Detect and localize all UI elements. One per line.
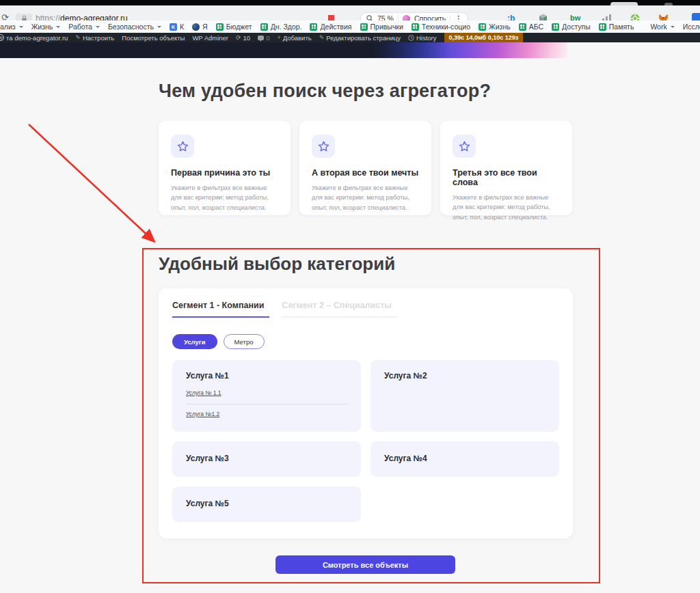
sheets-icon: [552, 23, 559, 31]
update-icon: ⟳: [236, 35, 241, 41]
service-card-3[interactable]: Услуга №3: [172, 441, 361, 477]
bookmarks-bar: ализ Жизнь Работа Безопасность KК Я Бюдж…: [0, 20, 700, 33]
service-sublink[interactable]: Услуга № 1.1: [186, 389, 221, 396]
benefit-card: Первая причина это ты Укажите в фильтрах…: [159, 121, 291, 215]
wp-admin-bar: Wта demo-agregator.ru ✎Настроить Посмотр…: [0, 33, 700, 42]
star-icon: [318, 141, 329, 152]
star-icon-badge: [312, 135, 335, 158]
bookmark-folder[interactable]: Работа: [68, 23, 100, 31]
service-card-title: Услуга №1: [186, 371, 347, 381]
chevron-down-icon: [157, 26, 161, 28]
browser-address-bar: ⟳ https://demo-agregator.ru 75 % Спросит…: [0, 5, 700, 20]
wp-edit-page[interactable]: ✎Редактировать страницу: [319, 34, 401, 42]
service-card-4[interactable]: Услуга №4: [371, 441, 559, 477]
tab-segment-2-specialists[interactable]: Сегмент 2 – Специалисты: [282, 301, 397, 318]
benefits-title: Чем удобен поиск через агрегатор?: [159, 81, 491, 102]
chevron-down-icon: [19, 26, 23, 28]
bookmark-item[interactable]: Дн. Здор.: [260, 23, 302, 31]
star-icon-badge: [453, 135, 476, 158]
bookmark-folder[interactable]: Work: [650, 23, 674, 31]
sheets-icon: [260, 23, 268, 31]
pencil-icon: ✎: [319, 35, 325, 41]
wp-comments[interactable]: 0: [258, 34, 269, 42]
chevron-down-icon: [96, 26, 100, 28]
bookmark-item[interactable]: Я: [192, 23, 208, 31]
filter-pill-metro[interactable]: Метро: [224, 334, 265, 349]
segment-tabs: Сегмент 1 - Компании Сегмент 2 – Специал…: [172, 301, 559, 318]
service-card-title: Услуга №5: [186, 499, 347, 508]
sheets-icon: [310, 23, 317, 31]
bookmark-item[interactable]: Привычки: [360, 23, 403, 31]
star-icon-badge: [171, 135, 194, 158]
annotation-arrow: [21, 119, 163, 250]
sheets-icon: [519, 23, 526, 31]
tab-segment-1-companies[interactable]: Сегмент 1 - Компании: [172, 301, 269, 318]
sheets-icon: [599, 23, 606, 31]
view-all-objects-button[interactable]: Смотреть все объекты: [275, 555, 455, 574]
service-card-title: Услуга №3: [186, 454, 347, 463]
wp-adminer[interactable]: WP Adminer: [192, 34, 228, 42]
wp-updates[interactable]: ⟳10: [236, 34, 250, 42]
benefits-cards: Первая причина это ты Укажите в фильтрах…: [159, 121, 572, 215]
bookmark-item[interactable]: Жизнь: [479, 23, 511, 31]
hero-gradient-image: [373, 42, 567, 58]
clock-icon: [408, 35, 414, 41]
divider: [186, 404, 347, 404]
wordpress-icon: W: [0, 34, 4, 41]
chevron-down-icon: [671, 26, 675, 28]
service-sublink[interactable]: Услуга №1.2: [186, 411, 219, 417]
bookmark-item[interactable]: АБС: [519, 23, 543, 31]
plus-icon: +: [277, 35, 280, 41]
categories-panel: Сегмент 1 - Компании Сегмент 2 – Специал…: [159, 288, 573, 538]
query-monitor-stats[interactable]: 0,39с 14,0мб 0,10с 129з: [444, 33, 524, 42]
sheets-icon: [216, 23, 224, 31]
bookmark-item[interactable]: Память: [599, 23, 634, 31]
wp-customize[interactable]: ✎Настроить: [75, 34, 114, 42]
bookmark-item[interactable]: Доступы: [552, 23, 591, 31]
bookmark-folder[interactable]: Безопасность: [108, 23, 161, 31]
benefit-card-text: Укажите в фильтрах все важные для вас кр…: [171, 183, 278, 212]
filter-pills: Услуги Метро: [172, 334, 559, 349]
sheets-icon: [479, 23, 486, 31]
star-icon: [459, 141, 470, 152]
service-card-2[interactable]: Услуга №2: [371, 360, 559, 432]
service-card-title: Услуга №4: [384, 454, 546, 463]
filter-pill-services[interactable]: Услуги: [172, 334, 217, 349]
comment-icon: [258, 36, 264, 40]
wp-site-menu[interactable]: Wта demo-agregator.ru: [0, 34, 68, 42]
bookmark-item[interactable]: KК: [170, 23, 184, 31]
site-favicon: K: [170, 23, 177, 31]
categories-title: Удобный выбор категорий: [159, 253, 395, 275]
sheets-icon: [412, 23, 419, 31]
page-hero-band: [0, 42, 567, 58]
benefit-card-title: Первая причина это ты: [171, 168, 278, 178]
bookmark-item[interactable]: Бюджет: [216, 23, 252, 31]
benefit-card-title: Третья это все твои слова: [453, 168, 560, 187]
site-favicon: [192, 23, 200, 31]
bookmark-item[interactable]: Техники-социо: [412, 23, 470, 31]
benefit-card-title: А вторая все твои мечты: [312, 168, 419, 178]
service-card-1[interactable]: Услуга №1 Услуга № 1.1 Услуга №1.2: [172, 360, 361, 432]
wp-view-objects[interactable]: Посмотреть объекты: [122, 34, 185, 42]
bookmark-item[interactable]: Действия: [310, 23, 351, 31]
sheets-icon: [360, 23, 368, 31]
services-grid: Услуга №1 Услуга № 1.1 Услуга №1.2 Услуг…: [172, 360, 559, 522]
bookmark-folder[interactable]: ализ: [0, 23, 23, 31]
benefit-card-text: Укажите в фильтрах все важные для вас кр…: [453, 193, 560, 222]
star-icon: [177, 141, 189, 152]
wp-add-new[interactable]: +Добавить: [277, 34, 311, 42]
service-card-5[interactable]: Услуга №5: [172, 486, 361, 522]
wp-history[interactable]: History: [408, 34, 437, 42]
benefit-card: А вторая все твои мечты Укажите в фильтр…: [299, 121, 431, 215]
pencil-icon: ✎: [75, 35, 81, 41]
chevron-down-icon: [56, 26, 60, 28]
benefit-card: Третья это все твои слова Укажите в филь…: [440, 121, 572, 215]
browser-chrome-top: [0, 0, 700, 5]
bookmark-folder[interactable]: Жизнь: [31, 23, 61, 31]
bookmark-folder[interactable]: Исследую: [683, 23, 700, 31]
service-card-title: Услуга №2: [384, 371, 546, 381]
benefit-card-text: Укажите в фильтрах все важные для вас кр…: [312, 183, 419, 212]
